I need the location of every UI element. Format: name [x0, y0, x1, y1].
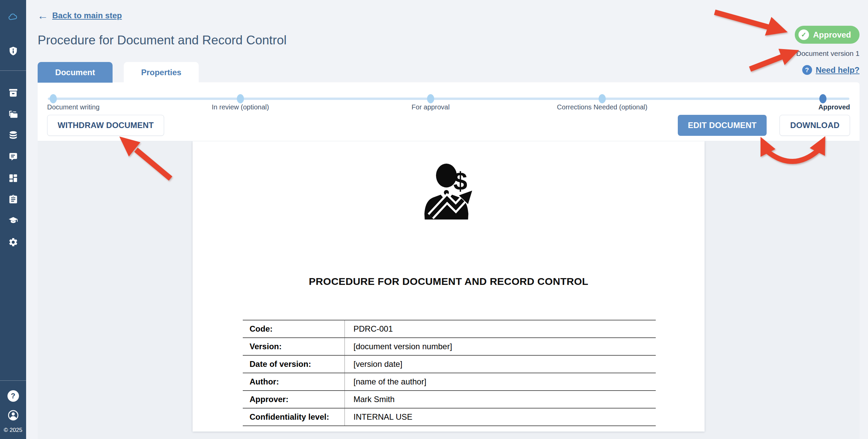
page-title: Procedure for Document and Record Contro… — [38, 33, 287, 47]
step-dot-approved — [819, 94, 826, 103]
table-row: Author: [name of the author] — [243, 373, 656, 391]
sidebar-help-icon[interactable]: ? — [7, 390, 19, 402]
cell-label: Date of version: — [243, 355, 344, 373]
withdraw-document-button[interactable]: WITHDRAW DOCUMENT — [47, 115, 164, 136]
back-link[interactable]: ← Back to main step — [37, 10, 122, 21]
tab-properties[interactable]: Properties — [124, 62, 199, 83]
status-badge: ✓ Approved — [795, 26, 860, 44]
edit-document-button[interactable]: EDIT DOCUMENT — [678, 115, 767, 136]
dashboard-icon[interactable] — [8, 173, 18, 183]
document-version-label: Document version 1 — [796, 49, 860, 58]
document-title: PROCEDURE FOR DOCUMENT AND RECORD CONTRO… — [193, 276, 705, 287]
document-viewer: $ PROCEDURE FOR DOCUMENT AND RECORD CONT… — [38, 141, 860, 439]
step-label: Document writing — [47, 103, 100, 111]
settings-gear-icon[interactable] — [8, 237, 18, 247]
cell-value: [name of the author] — [344, 373, 656, 391]
annotation-arrow-document-version — [750, 49, 799, 69]
back-arrow-icon: ← — [37, 10, 48, 21]
step-dot-corrections — [598, 94, 606, 103]
table-row: Code: PDRC-001 — [243, 320, 656, 338]
app-window: ? © 2025 ← Back to main step Procedure f… — [0, 0, 868, 439]
sidebar: ? © 2025 — [0, 0, 26, 439]
folders-icon[interactable] — [8, 109, 18, 119]
download-button[interactable]: DOWNLOAD — [780, 115, 850, 136]
check-circle-icon: ✓ — [798, 29, 809, 40]
archive-icon[interactable] — [8, 88, 18, 98]
document-meta-table: Code: PDRC-001 Version: [document versio… — [243, 320, 656, 426]
training-cap-icon[interactable] — [8, 216, 18, 226]
document-page: $ PROCEDURE FOR DOCUMENT AND RECORD CONT… — [193, 141, 705, 432]
table-row: Version: [document version number] — [243, 338, 656, 355]
cell-label: Approver: — [243, 391, 344, 408]
cell-value: PDRC-001 — [344, 320, 656, 338]
cloud-logo-icon[interactable] — [8, 12, 18, 22]
security-shield-icon[interactable] — [8, 46, 18, 56]
copyright-label: © 2025 — [4, 427, 22, 434]
back-link-label: Back to main step — [52, 11, 122, 20]
table-row: Date of version: [version date] — [243, 355, 656, 373]
status-badge-label: Approved — [813, 30, 851, 40]
cell-value: [version date] — [344, 355, 656, 373]
cell-value: Mark Smith — [344, 391, 656, 408]
step-label: Corrections Needed (optional) — [557, 103, 648, 111]
cell-value: INTERNAL USE — [344, 408, 656, 426]
cell-label: Author: — [243, 373, 344, 391]
question-circle-icon: ? — [802, 65, 812, 75]
step-label: Approved — [818, 103, 850, 111]
workflow-stepper: Document writing In review (optional) Fo… — [47, 88, 850, 113]
cell-value: [document version number] — [344, 338, 656, 355]
annotation-arrow-approved-badge — [715, 12, 788, 36]
cell-label: Version: — [243, 338, 344, 355]
step-dot-in-review — [237, 94, 244, 103]
cell-label: Code: — [243, 320, 344, 338]
cell-label: Confidentiality level: — [243, 408, 344, 426]
table-row: Confidentiality level: INTERNAL USE — [243, 408, 656, 426]
stepper-track — [48, 98, 849, 100]
content-card: Document writing In review (optional) Fo… — [38, 82, 860, 439]
need-help-label: Need help? — [816, 65, 860, 75]
step-label: In review (optional) — [212, 103, 269, 111]
tab-document[interactable]: Document — [38, 62, 113, 83]
need-help-link[interactable]: ? Need help? — [802, 65, 860, 75]
clipboard-icon[interactable] — [8, 194, 18, 205]
step-label: For approval — [412, 103, 450, 111]
tab-bar: Document Properties — [38, 62, 199, 83]
table-row: Approver: Mark Smith — [243, 391, 656, 408]
step-dot-document-writing — [50, 94, 57, 103]
database-icon[interactable] — [8, 130, 18, 141]
sidebar-divider — [0, 380, 26, 381]
businessman-dollar-icon: $ — [420, 160, 477, 220]
header-right: ✓ Approved Document version 1 ? Need hel… — [795, 26, 860, 75]
document-toolbar: WITHDRAW DOCUMENT EDIT DOCUMENT DOWNLOAD — [47, 115, 850, 136]
document-notes-icon[interactable] — [8, 152, 18, 162]
account-icon[interactable] — [7, 409, 19, 421]
step-dot-for-approval — [427, 94, 434, 103]
svg-text:$: $ — [453, 167, 467, 195]
